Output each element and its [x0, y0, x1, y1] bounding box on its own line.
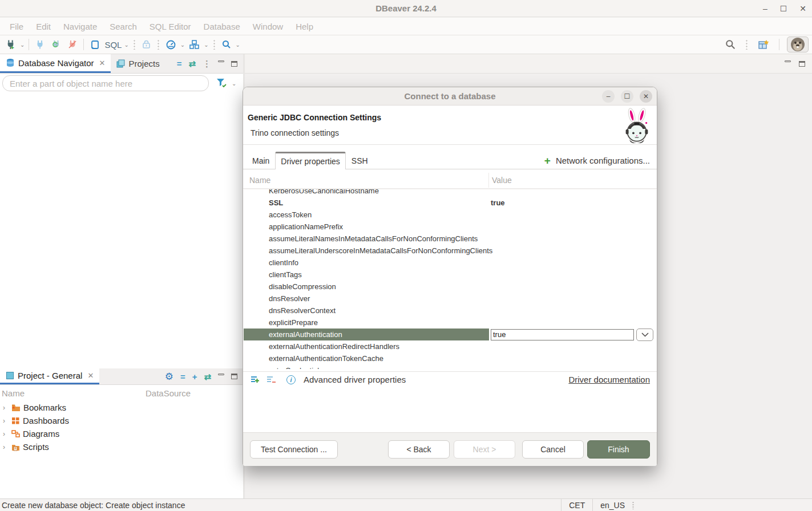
property-name[interactable]: KerberosUseCanonicalHostname: [244, 189, 489, 197]
menu-item[interactable]: Database: [197, 22, 247, 31]
menu-item[interactable]: Edit: [30, 22, 57, 31]
search-button[interactable]: [220, 38, 233, 51]
data-transfer-dropdown[interactable]: ⌄: [204, 42, 208, 48]
minimize-view-icon[interactable]: [218, 60, 224, 62]
tree-item-scripts[interactable]: › Scripts: [0, 440, 243, 453]
new-connection-dropdown[interactable]: ⌄: [20, 42, 25, 48]
tab-close-icon[interactable]: ✕: [87, 371, 94, 380]
view-menu-icon[interactable]: ⋮: [203, 59, 211, 69]
window-maximize-button[interactable]: ☐: [780, 4, 787, 13]
column-name[interactable]: Name: [0, 388, 146, 398]
add-property-icon[interactable]: [250, 375, 260, 384]
property-name[interactable]: clientTags: [244, 269, 489, 281]
minimize-view-icon[interactable]: [218, 374, 224, 375]
property-row[interactable]: applicationNamePrefix: [244, 221, 656, 233]
toolbar-drag-handle[interactable]: [213, 39, 215, 50]
property-name[interactable]: dnsResolver: [244, 293, 489, 305]
expand-all-icon[interactable]: +: [192, 372, 197, 381]
filter-dropdown-icon[interactable]: ⌄: [232, 80, 236, 87]
network-configurations-button[interactable]: + Network configurations...: [544, 152, 657, 169]
collapse-all-icon[interactable]: =: [177, 59, 182, 68]
dialog-close-button[interactable]: ✕: [640, 90, 652, 103]
remove-property-icon[interactable]: [266, 375, 276, 384]
property-value[interactable]: true: [491, 198, 505, 207]
menu-item[interactable]: SQL Editor: [143, 22, 197, 31]
driver-documentation-link[interactable]: Driver documentation: [568, 375, 650, 384]
open-perspective-button[interactable]: [756, 38, 771, 52]
property-row[interactable]: disableCompression: [244, 281, 656, 293]
property-row[interactable]: assumeLiteralUnderscoreInMetadataCallsFo…: [244, 245, 656, 257]
connect-button[interactable]: [33, 38, 47, 51]
object-filter-input[interactable]: [2, 75, 209, 91]
quick-search-button[interactable]: [723, 38, 738, 51]
property-name[interactable]: externalAuthenticationTokenCache: [244, 352, 489, 364]
property-name[interactable]: assumeLiteralUnderscoreInMetadataCallsFo…: [244, 245, 489, 257]
toolbar-drag-handle[interactable]: [157, 39, 159, 50]
link-editor-icon[interactable]: ⇄: [204, 372, 211, 381]
toolbar-drag-handle[interactable]: [134, 39, 135, 50]
maximize-view-icon[interactable]: [799, 61, 805, 67]
menu-item[interactable]: File: [3, 22, 30, 31]
property-row[interactable]: externalAuthentication true: [244, 328, 656, 340]
tree-item-diagrams[interactable]: › Diagrams: [0, 427, 243, 440]
column-datasource[interactable]: DataSource: [146, 388, 191, 398]
tab-ssh[interactable]: SSH: [346, 152, 374, 169]
search-dropdown[interactable]: ⌄: [236, 42, 240, 48]
property-name[interactable]: dnsResolverContext: [244, 305, 489, 317]
lock-button[interactable]: [140, 38, 153, 51]
new-connection-button[interactable]: +: [3, 38, 18, 51]
toolbar-drag-handle[interactable]: [746, 39, 748, 50]
property-row[interactable]: KerberosUseCanonicalHostname: [244, 189, 656, 197]
expander-icon[interactable]: ›: [3, 443, 9, 451]
next-button[interactable]: Next >: [454, 440, 515, 459]
dashboard-dropdown[interactable]: ⌄: [180, 42, 185, 48]
statusbar-drag-handle[interactable]: [632, 501, 634, 509]
window-close-button[interactable]: ✕: [799, 4, 806, 13]
disconnect-button[interactable]: [66, 38, 79, 51]
property-row[interactable]: accessToken: [244, 209, 656, 221]
column-value[interactable]: Value: [492, 176, 512, 185]
value-dropdown-button[interactable]: [636, 328, 653, 341]
menu-item[interactable]: Help: [289, 22, 320, 31]
tree-item-dashboards[interactable]: › Dashboards: [0, 414, 243, 427]
property-row[interactable]: dnsResolverContext: [244, 305, 656, 317]
sql-label[interactable]: SQL: [104, 40, 122, 50]
reconnect-button[interactable]: [49, 38, 63, 51]
menu-item[interactable]: Navigate: [57, 22, 103, 31]
property-row[interactable]: externalAuthenticationTokenCache: [244, 352, 656, 364]
user-profile-button[interactable]: [787, 36, 809, 52]
expander-icon[interactable]: ›: [3, 430, 9, 438]
filter-funnel-icon[interactable]: [216, 78, 227, 88]
sql-editor-button[interactable]: [88, 38, 102, 51]
locale-indicator[interactable]: en_US: [592, 499, 632, 511]
sql-dropdown[interactable]: ⌄: [124, 42, 128, 48]
dashboard-button[interactable]: [164, 38, 178, 51]
property-row[interactable]: clientTags: [244, 269, 656, 281]
tab-database-navigator[interactable]: Database Navigator ✕: [0, 54, 111, 73]
property-row[interactable]: clientInfo: [244, 257, 656, 269]
link-editor-icon[interactable]: ⇄: [188, 59, 196, 68]
property-name[interactable]: externalAuthentication: [244, 328, 489, 340]
tab-driver-properties[interactable]: Driver properties: [275, 152, 345, 169]
property-row[interactable]: extraCredentials: [244, 364, 656, 369]
tab-close-icon[interactable]: ✕: [99, 59, 106, 67]
tree-item-bookmarks[interactable]: › Bookmarks: [0, 401, 243, 414]
dialog-minimize-button[interactable]: –: [602, 90, 615, 103]
property-name[interactable]: applicationNamePrefix: [244, 221, 489, 233]
property-name[interactable]: explicitPrepare: [244, 317, 489, 328]
finish-button[interactable]: Finish: [587, 440, 650, 459]
minimize-view-icon[interactable]: [785, 60, 791, 62]
property-row[interactable]: assumeLiteralNamesInMetadataCallsForNonC…: [244, 233, 656, 245]
menu-item[interactable]: Window: [247, 22, 289, 31]
property-name[interactable]: externalAuthenticationRedirectHandlers: [244, 340, 489, 352]
tab-main[interactable]: Main: [247, 152, 275, 169]
dialog-titlebar[interactable]: Connect to a database – ☐ ✕: [243, 87, 657, 106]
timezone-indicator[interactable]: CET: [561, 499, 592, 511]
property-name[interactable]: assumeLiteralNamesInMetadataCallsForNonC…: [244, 233, 489, 245]
window-minimize-button[interactable]: –: [763, 4, 767, 13]
menu-item[interactable]: Search: [103, 22, 143, 31]
property-row[interactable]: externalAuthenticationRedirectHandlers: [244, 340, 656, 352]
property-row[interactable]: SSL true: [244, 197, 656, 209]
collapse-all-icon[interactable]: =: [180, 372, 185, 381]
back-button[interactable]: < Back: [388, 440, 450, 459]
